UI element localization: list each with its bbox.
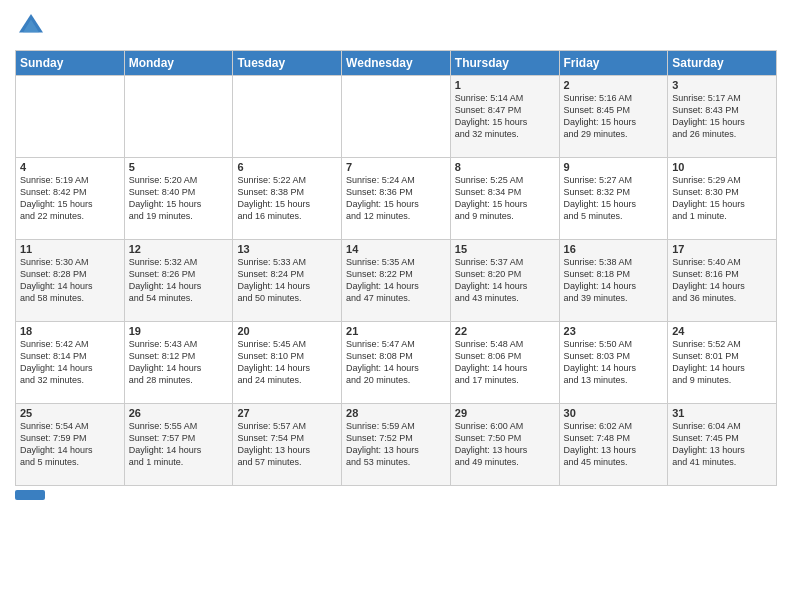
day-info: Sunrise: 5:19 AM Sunset: 8:42 PM Dayligh… bbox=[20, 174, 120, 223]
calendar-cell: 9Sunrise: 5:27 AM Sunset: 8:32 PM Daylig… bbox=[559, 158, 668, 240]
day-number: 22 bbox=[455, 325, 555, 337]
col-header-monday: Monday bbox=[124, 51, 233, 76]
calendar-cell: 19Sunrise: 5:43 AM Sunset: 8:12 PM Dayli… bbox=[124, 322, 233, 404]
calendar-cell bbox=[233, 76, 342, 158]
day-info: Sunrise: 6:04 AM Sunset: 7:45 PM Dayligh… bbox=[672, 420, 772, 469]
day-number: 26 bbox=[129, 407, 229, 419]
calendar-cell: 16Sunrise: 5:38 AM Sunset: 8:18 PM Dayli… bbox=[559, 240, 668, 322]
day-number: 24 bbox=[672, 325, 772, 337]
calendar: SundayMondayTuesdayWednesdayThursdayFrid… bbox=[15, 50, 777, 486]
day-number: 11 bbox=[20, 243, 120, 255]
week-row-0: 1Sunrise: 5:14 AM Sunset: 8:47 PM Daylig… bbox=[16, 76, 777, 158]
calendar-header-row: SundayMondayTuesdayWednesdayThursdayFrid… bbox=[16, 51, 777, 76]
col-header-sunday: Sunday bbox=[16, 51, 125, 76]
logo bbox=[15, 10, 51, 42]
week-row-2: 11Sunrise: 5:30 AM Sunset: 8:28 PM Dayli… bbox=[16, 240, 777, 322]
calendar-cell bbox=[124, 76, 233, 158]
day-info: Sunrise: 5:55 AM Sunset: 7:57 PM Dayligh… bbox=[129, 420, 229, 469]
calendar-cell: 3Sunrise: 5:17 AM Sunset: 8:43 PM Daylig… bbox=[668, 76, 777, 158]
day-info: Sunrise: 5:30 AM Sunset: 8:28 PM Dayligh… bbox=[20, 256, 120, 305]
day-number: 23 bbox=[564, 325, 664, 337]
calendar-cell: 13Sunrise: 5:33 AM Sunset: 8:24 PM Dayli… bbox=[233, 240, 342, 322]
week-row-4: 25Sunrise: 5:54 AM Sunset: 7:59 PM Dayli… bbox=[16, 404, 777, 486]
day-number: 28 bbox=[346, 407, 446, 419]
day-number: 30 bbox=[564, 407, 664, 419]
header bbox=[15, 10, 777, 42]
day-number: 15 bbox=[455, 243, 555, 255]
calendar-cell: 7Sunrise: 5:24 AM Sunset: 8:36 PM Daylig… bbox=[342, 158, 451, 240]
calendar-cell: 26Sunrise: 5:55 AM Sunset: 7:57 PM Dayli… bbox=[124, 404, 233, 486]
daylight-bar-icon bbox=[15, 490, 45, 500]
calendar-cell: 6Sunrise: 5:22 AM Sunset: 8:38 PM Daylig… bbox=[233, 158, 342, 240]
calendar-cell: 27Sunrise: 5:57 AM Sunset: 7:54 PM Dayli… bbox=[233, 404, 342, 486]
col-header-friday: Friday bbox=[559, 51, 668, 76]
calendar-cell: 5Sunrise: 5:20 AM Sunset: 8:40 PM Daylig… bbox=[124, 158, 233, 240]
day-number: 10 bbox=[672, 161, 772, 173]
calendar-cell: 17Sunrise: 5:40 AM Sunset: 8:16 PM Dayli… bbox=[668, 240, 777, 322]
col-header-tuesday: Tuesday bbox=[233, 51, 342, 76]
footer bbox=[15, 490, 777, 500]
calendar-cell: 1Sunrise: 5:14 AM Sunset: 8:47 PM Daylig… bbox=[450, 76, 559, 158]
day-number: 18 bbox=[20, 325, 120, 337]
day-info: Sunrise: 5:16 AM Sunset: 8:45 PM Dayligh… bbox=[564, 92, 664, 141]
calendar-cell: 11Sunrise: 5:30 AM Sunset: 8:28 PM Dayli… bbox=[16, 240, 125, 322]
day-info: Sunrise: 5:32 AM Sunset: 8:26 PM Dayligh… bbox=[129, 256, 229, 305]
day-number: 12 bbox=[129, 243, 229, 255]
calendar-cell: 31Sunrise: 6:04 AM Sunset: 7:45 PM Dayli… bbox=[668, 404, 777, 486]
day-info: Sunrise: 5:42 AM Sunset: 8:14 PM Dayligh… bbox=[20, 338, 120, 387]
calendar-cell: 23Sunrise: 5:50 AM Sunset: 8:03 PM Dayli… bbox=[559, 322, 668, 404]
day-number: 9 bbox=[564, 161, 664, 173]
week-row-3: 18Sunrise: 5:42 AM Sunset: 8:14 PM Dayli… bbox=[16, 322, 777, 404]
day-number: 19 bbox=[129, 325, 229, 337]
day-number: 13 bbox=[237, 243, 337, 255]
week-row-1: 4Sunrise: 5:19 AM Sunset: 8:42 PM Daylig… bbox=[16, 158, 777, 240]
day-info: Sunrise: 5:52 AM Sunset: 8:01 PM Dayligh… bbox=[672, 338, 772, 387]
calendar-cell: 24Sunrise: 5:52 AM Sunset: 8:01 PM Dayli… bbox=[668, 322, 777, 404]
day-info: Sunrise: 5:40 AM Sunset: 8:16 PM Dayligh… bbox=[672, 256, 772, 305]
day-info: Sunrise: 5:27 AM Sunset: 8:32 PM Dayligh… bbox=[564, 174, 664, 223]
day-number: 20 bbox=[237, 325, 337, 337]
calendar-cell: 18Sunrise: 5:42 AM Sunset: 8:14 PM Dayli… bbox=[16, 322, 125, 404]
day-number: 7 bbox=[346, 161, 446, 173]
calendar-cell: 12Sunrise: 5:32 AM Sunset: 8:26 PM Dayli… bbox=[124, 240, 233, 322]
day-number: 21 bbox=[346, 325, 446, 337]
calendar-cell: 14Sunrise: 5:35 AM Sunset: 8:22 PM Dayli… bbox=[342, 240, 451, 322]
logo-icon bbox=[15, 10, 47, 42]
day-number: 25 bbox=[20, 407, 120, 419]
day-info: Sunrise: 5:33 AM Sunset: 8:24 PM Dayligh… bbox=[237, 256, 337, 305]
calendar-cell: 25Sunrise: 5:54 AM Sunset: 7:59 PM Dayli… bbox=[16, 404, 125, 486]
day-info: Sunrise: 5:37 AM Sunset: 8:20 PM Dayligh… bbox=[455, 256, 555, 305]
day-number: 3 bbox=[672, 79, 772, 91]
calendar-cell bbox=[342, 76, 451, 158]
day-number: 29 bbox=[455, 407, 555, 419]
day-number: 2 bbox=[564, 79, 664, 91]
day-number: 16 bbox=[564, 243, 664, 255]
day-info: Sunrise: 5:24 AM Sunset: 8:36 PM Dayligh… bbox=[346, 174, 446, 223]
day-info: Sunrise: 6:00 AM Sunset: 7:50 PM Dayligh… bbox=[455, 420, 555, 469]
calendar-cell: 22Sunrise: 5:48 AM Sunset: 8:06 PM Dayli… bbox=[450, 322, 559, 404]
calendar-cell: 15Sunrise: 5:37 AM Sunset: 8:20 PM Dayli… bbox=[450, 240, 559, 322]
calendar-cell: 2Sunrise: 5:16 AM Sunset: 8:45 PM Daylig… bbox=[559, 76, 668, 158]
day-info: Sunrise: 5:38 AM Sunset: 8:18 PM Dayligh… bbox=[564, 256, 664, 305]
col-header-saturday: Saturday bbox=[668, 51, 777, 76]
day-number: 14 bbox=[346, 243, 446, 255]
calendar-cell: 21Sunrise: 5:47 AM Sunset: 8:08 PM Dayli… bbox=[342, 322, 451, 404]
col-header-thursday: Thursday bbox=[450, 51, 559, 76]
day-info: Sunrise: 5:50 AM Sunset: 8:03 PM Dayligh… bbox=[564, 338, 664, 387]
day-info: Sunrise: 5:43 AM Sunset: 8:12 PM Dayligh… bbox=[129, 338, 229, 387]
calendar-cell: 20Sunrise: 5:45 AM Sunset: 8:10 PM Dayli… bbox=[233, 322, 342, 404]
day-number: 1 bbox=[455, 79, 555, 91]
day-info: Sunrise: 5:35 AM Sunset: 8:22 PM Dayligh… bbox=[346, 256, 446, 305]
day-info: Sunrise: 5:17 AM Sunset: 8:43 PM Dayligh… bbox=[672, 92, 772, 141]
calendar-cell: 10Sunrise: 5:29 AM Sunset: 8:30 PM Dayli… bbox=[668, 158, 777, 240]
col-header-wednesday: Wednesday bbox=[342, 51, 451, 76]
day-number: 6 bbox=[237, 161, 337, 173]
day-number: 5 bbox=[129, 161, 229, 173]
day-info: Sunrise: 5:29 AM Sunset: 8:30 PM Dayligh… bbox=[672, 174, 772, 223]
day-info: Sunrise: 5:48 AM Sunset: 8:06 PM Dayligh… bbox=[455, 338, 555, 387]
day-info: Sunrise: 6:02 AM Sunset: 7:48 PM Dayligh… bbox=[564, 420, 664, 469]
day-number: 8 bbox=[455, 161, 555, 173]
day-info: Sunrise: 5:47 AM Sunset: 8:08 PM Dayligh… bbox=[346, 338, 446, 387]
day-info: Sunrise: 5:20 AM Sunset: 8:40 PM Dayligh… bbox=[129, 174, 229, 223]
day-info: Sunrise: 5:14 AM Sunset: 8:47 PM Dayligh… bbox=[455, 92, 555, 141]
